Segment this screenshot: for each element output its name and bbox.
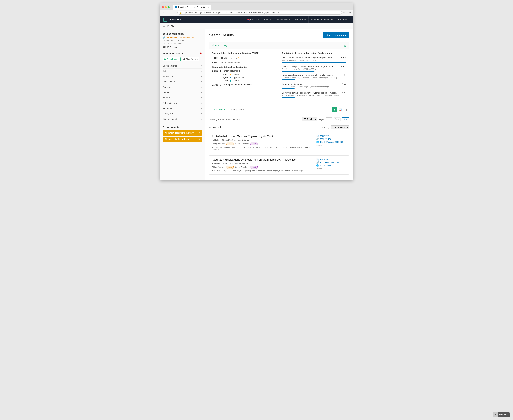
- result-title-2[interactable]: Accurate multiplex gene synthesis from p…: [212, 158, 313, 161]
- nav-item-support[interactable]: Support ▾: [336, 16, 350, 23]
- minimize-dot[interactable]: [165, 6, 167, 8]
- citing-families-badge-2[interactable]: 155 ✳: [250, 166, 258, 169]
- top-cited-count-4: ✳ 60: [342, 83, 346, 85]
- summary-section: Hide Summary ∧ Query articles cited in p…: [209, 42, 349, 103]
- back-button[interactable]: ←: [162, 11, 166, 15]
- filter-npl-citation[interactable]: NPL citation ▾: [163, 106, 202, 111]
- others-label: Others: [233, 80, 239, 82]
- reload-button[interactable]: ↻: [173, 11, 176, 15]
- tab-citing-patents[interactable]: Citing patents: [228, 107, 249, 113]
- filter-applicant[interactable]: Applicant ▾: [163, 84, 202, 90]
- signin-caret-icon: ▾: [332, 19, 333, 21]
- tab-close-button[interactable]: ×: [207, 6, 209, 9]
- new-tab-button[interactable]: +: [213, 6, 215, 9]
- maximize-dot[interactable]: [168, 6, 170, 8]
- result-id-link-1[interactable]: 2003171404: [320, 138, 331, 140]
- export-citation-articles-button[interactable]: All query citation articles ▾: [163, 136, 202, 142]
- authors-text-1: Mali Prashant, Yang Luhan, Esveit Kevin …: [212, 146, 310, 150]
- nav-item-work-area[interactable]: Work Area ▾: [292, 16, 309, 23]
- cited-info-icon[interactable]: ⓘ: [238, 57, 240, 60]
- filter-jurisdiction[interactable]: Jurisdiction ▾: [163, 74, 202, 79]
- forward-button[interactable]: →: [167, 11, 171, 15]
- top-cited-title-text-2[interactable]: Accurate multiplex gene synthesis from p…: [282, 65, 338, 68]
- chart-view-button[interactable]: 📊: [338, 107, 343, 112]
- top-cited-title-text-4[interactable]: Genome engineering.: [282, 83, 303, 85]
- top-cited-title-text-3[interactable]: Harnessing homologous recombination in v…: [282, 74, 338, 76]
- summary-left: Query articles cited in patent literatur…: [209, 49, 279, 103]
- star-view-button[interactable]: ✳: [344, 107, 349, 112]
- citing-families-badge-1[interactable]: 303 ✳: [250, 142, 258, 145]
- families-link-icon-2: ✳: [255, 166, 256, 168]
- result-id-pmid-1[interactable]: 23287722: [320, 135, 329, 137]
- filter-date[interactable]: Date ▾: [163, 68, 202, 74]
- nav-item-our-software[interactable]: Our Software ▾: [273, 16, 292, 23]
- filter-tab-cited-articles[interactable]: Cited Articles: [182, 57, 199, 61]
- next-page-button[interactable]: Next: [342, 117, 349, 121]
- authors-label-1: Authors:: [212, 146, 219, 148]
- top-cited-title-text-1[interactable]: RNA-Guided Human Genome Engineering via …: [282, 56, 332, 59]
- filter-citations-count[interactable]: Citations count ▾: [163, 116, 202, 122]
- result-id-pmid-2[interactable]: 15616567: [320, 158, 329, 161]
- result-id-link-2[interactable]: 10.1038/nature03151: [320, 161, 339, 164]
- nav-english-label: English: [250, 18, 257, 21]
- filter-family-size[interactable]: Family size ▾: [163, 111, 202, 116]
- citing-patents-badge-count-1: 448: [227, 143, 230, 145]
- citing-patents-badge-1[interactable]: 448 ↗: [226, 142, 234, 145]
- filter-tab-citing-patents[interactable]: Citing Patents: [163, 57, 181, 61]
- settings-icon[interactable]: ⚙: [349, 11, 351, 14]
- filter-npl-citation-label: NPL citation: [163, 107, 174, 110]
- result-id-doi-1[interactable]: 10.1126/science.1232033: [320, 141, 343, 143]
- citations-count-caret-icon: ▾: [201, 118, 202, 120]
- families-link-icon-1: ✳: [255, 143, 256, 145]
- sun-icon-2: ✳: [341, 65, 342, 68]
- result-id-row-1-3: 🌐 10.1126/science.1232033: [316, 141, 346, 143]
- collapse-icon[interactable]: ∧: [344, 43, 346, 47]
- grid-view-button[interactable]: ⊞: [332, 107, 337, 112]
- hide-summary-link[interactable]: Hide Summary: [212, 44, 227, 47]
- export-section: Export results All patent documents in q…: [163, 126, 202, 142]
- start-new-search-button[interactable]: Start a new search: [323, 32, 349, 38]
- result-title-1[interactable]: RNA-Guided Human Genome Engineering via …: [212, 135, 313, 138]
- breadcrumb: ⌂ › PatCite: [160, 23, 353, 29]
- result-id-doi-icon-2: 🌐: [316, 164, 319, 167]
- nav-logo[interactable]: L LENS.ORG: [163, 18, 181, 22]
- filter-classification-label: Classification: [163, 81, 175, 83]
- nav-item-about[interactable]: About ▾: [261, 16, 273, 23]
- query-link-icon: 🔗: [163, 37, 165, 39]
- filter-classification[interactable]: Classification ▾: [163, 79, 202, 84]
- page-number-input[interactable]: [326, 117, 332, 121]
- top-cited-meta-5: Prather Kristala L. J. and Martin Collin…: [282, 94, 346, 97]
- top-cited-num-5: 60: [344, 92, 346, 94]
- authors-label-2: Authors:: [212, 170, 219, 172]
- top-cited-title-text-5[interactable]: De novo biosynthetic pathways: rational …: [282, 92, 338, 94]
- result-id-doi-2[interactable]: 2027912527: [320, 165, 331, 167]
- export-patent-docs-button[interactable]: All patent documents in query ▾: [163, 130, 202, 135]
- tab-cited-articles[interactable]: Cited articles: [209, 107, 228, 113]
- citing-patents-badge-2[interactable]: 204 ↗: [226, 166, 234, 169]
- close-dot[interactable]: [162, 6, 164, 8]
- result-type-2: Journal: [316, 168, 346, 170]
- filter-reset-button[interactable]: ⊖: [200, 52, 202, 55]
- url-text[interactable]: https://www.lens.org/lens/patcite#%7B"qu…: [183, 11, 280, 14]
- top-cited-item-2: Accurate multiplex gene synthesis from p…: [282, 65, 346, 72]
- patent-docs-count: 3,323: [212, 69, 218, 72]
- sort-select[interactable]: No. patents ↓: [331, 125, 349, 129]
- prev-page-button[interactable]: Prev: [334, 117, 341, 121]
- filter-publication-key[interactable]: Publication key ▾: [163, 100, 202, 106]
- url-bar[interactable]: 🔒 https://www.lens.org/lens/patcite#%7B"…: [178, 11, 342, 15]
- info-icon[interactable]: ℹ: [347, 11, 348, 14]
- bookmark-icon[interactable]: ☆: [343, 11, 345, 14]
- breadcrumb-home-icon[interactable]: ⌂: [163, 25, 165, 27]
- query-id-text: 018a6eba-ce27-4658-9ee6-3b9f....: [166, 37, 197, 39]
- nav-item-english[interactable]: 🇬🇧 English ▾: [244, 16, 261, 23]
- query-id-link[interactable]: 🔗 018a6eba-ce27-4658-9ee6-3b9f....: [163, 37, 202, 39]
- filter-owner[interactable]: Owner ▾: [163, 90, 202, 95]
- results-per-page-select[interactable]: 20 Results: [302, 117, 317, 121]
- nav-item-signed-in[interactable]: Signed in as poldham ▾: [309, 16, 336, 23]
- filter-header: Filter your search ⊖: [163, 52, 202, 55]
- browser-tab[interactable]: L PatCite - The Lens - Free & O... ×: [173, 5, 211, 10]
- filter-inventor[interactable]: Inventor ▾: [163, 95, 202, 100]
- applications-stat: 1,890 Applications: [222, 76, 276, 79]
- sun-icon-4: ✳: [342, 83, 343, 85]
- filter-document-type[interactable]: Document type ▾: [163, 63, 202, 68]
